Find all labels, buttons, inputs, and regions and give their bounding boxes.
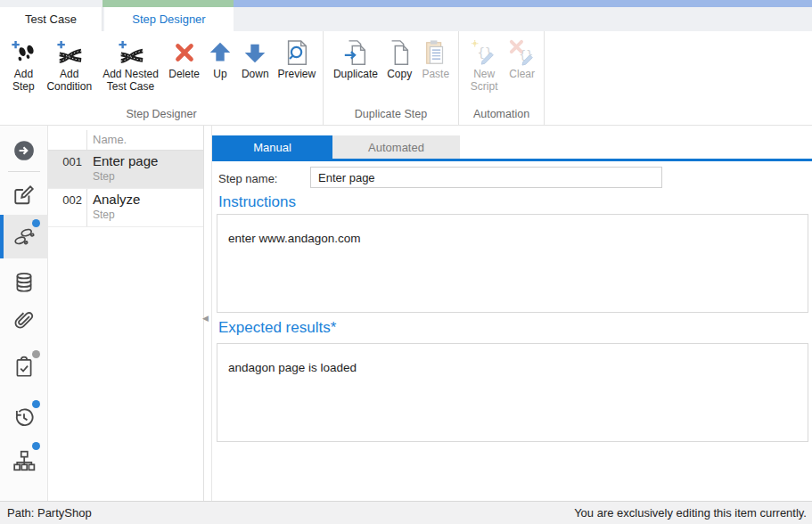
sidebar-item-attachments[interactable]: [0, 300, 48, 341]
sidebar-divider: [8, 171, 40, 172]
ribbon-group-duplicate-step: Duplicate Copy Paste Duplicate Step: [323, 31, 458, 125]
step-list-header: ... Name: [48, 130, 203, 151]
documents-icon: [386, 39, 413, 66]
ribbon-group-automation: {} New Script {} Clear Automation: [458, 31, 544, 125]
up-label: Up: [213, 69, 226, 81]
clear-label: Clear: [509, 69, 535, 81]
paste-label: Paste: [422, 69, 449, 81]
sidebar-item-navigate[interactable]: [0, 130, 48, 171]
railway-switch-plus-icon: [56, 39, 83, 66]
arrow-down-icon: [242, 39, 268, 66]
add-condition-button[interactable]: Add Condition: [42, 37, 97, 95]
paste-button: Paste: [416, 37, 455, 83]
down-button[interactable]: Down: [236, 37, 275, 83]
expected-results-textarea[interactable]: andagon page is loaded: [217, 343, 808, 442]
status-edit-message: You are exclusively editing this item cu…: [574, 506, 807, 520]
sitemap-icon: [12, 449, 36, 472]
step-name-input[interactable]: [310, 167, 662, 188]
arrow-up-icon: [207, 39, 234, 66]
instructions-heading: Instructions: [218, 193, 296, 211]
ribbon-group-label-automation: Automation: [459, 108, 544, 120]
footprints-icon: [12, 225, 36, 249]
status-bar: Path: PartyShop You are exclusively edit…: [0, 501, 812, 524]
step-row-002[interactable]: 002 Analyze Step: [48, 189, 203, 227]
ribbon-group-label-duplicate-step: Duplicate Step: [324, 108, 458, 120]
add-step-button[interactable]: Add Step: [5, 37, 42, 95]
preview-label: Preview: [277, 69, 316, 81]
ribbon-group-separator: [544, 31, 545, 125]
notification-dot-blue: [32, 219, 40, 227]
notification-dot-blue: [32, 442, 40, 450]
clipboard-icon: [422, 39, 449, 66]
clipboard-check-icon: [12, 356, 36, 379]
active-tab-underline: [212, 159, 812, 161]
red-x-icon: [171, 39, 198, 66]
step-name: Enter page: [93, 153, 158, 168]
status-path: Path: PartyShop: [7, 506, 92, 520]
notification-dot-gray: [32, 350, 40, 358]
tab-automated[interactable]: Automated: [332, 135, 460, 159]
instructions-textarea[interactable]: enter www.andagon.com: [217, 214, 808, 313]
step-number: 002: [48, 193, 82, 207]
step-list-header-name: Name: [93, 133, 124, 146]
titlebar-blue-strip: [234, 0, 812, 7]
step-list-panel: ... Name 001 Enter page Step 002 Analyze…: [48, 126, 204, 501]
copy-button[interactable]: Copy: [382, 37, 417, 83]
sidebar-item-data[interactable]: [0, 262, 48, 303]
sidebar-item-review[interactable]: [0, 347, 48, 388]
tab-step-designer[interactable]: Step Designer: [104, 7, 234, 31]
sidebar-item-history[interactable]: [0, 397, 48, 438]
new-script-label: New Script: [467, 69, 501, 94]
preview-button[interactable]: Preview: [275, 37, 319, 83]
delete-button[interactable]: Delete: [164, 37, 204, 83]
history-icon: [12, 406, 36, 430]
script-pencil-icon: {}: [471, 39, 497, 66]
splitter-collapse-arrow[interactable]: ◀: [202, 313, 209, 323]
footprints-plus-icon: [10, 39, 37, 66]
paperclip-icon: [12, 309, 36, 332]
railway-switch-plus-icon: [118, 39, 144, 66]
clear-button: {} Clear: [504, 37, 540, 83]
duplicate-label: Duplicate: [333, 69, 378, 81]
step-name-label: Step name:: [218, 172, 278, 185]
database-icon: [12, 271, 36, 294]
add-nested-test-case-label: Add Nested Test Case: [100, 69, 162, 94]
ribbon-group-label-step-designer: Step Designer: [0, 108, 323, 120]
sidebar-item-hierarchy[interactable]: [0, 440, 48, 481]
up-button[interactable]: Up: [204, 37, 236, 83]
ribbon-toolbar: Add Step Add Condition Add Nested Test C…: [0, 31, 812, 126]
navigate-circle-icon: [12, 139, 36, 162]
left-icon-sidebar: [0, 126, 48, 501]
tab-test-case[interactable]: Test Case: [0, 7, 103, 31]
step-name: Analyze: [93, 192, 140, 207]
new-script-button: {} New Script: [464, 37, 504, 95]
step-editor-panel: Manual Automated Step name: Instructions…: [212, 126, 812, 501]
ribbon-group-step-designer: Add Step Add Condition Add Nested Test C…: [0, 31, 323, 125]
expected-results-heading: Expected results*: [218, 319, 336, 337]
step-type: Step: [93, 170, 115, 183]
tab-manual[interactable]: Manual: [212, 135, 332, 159]
down-label: Down: [242, 69, 269, 81]
duplicate-button[interactable]: Duplicate: [329, 37, 382, 83]
add-nested-test-case-button[interactable]: Add Nested Test Case: [97, 37, 165, 95]
add-condition-label: Add Condition: [45, 69, 94, 94]
script-clear-icon: {}: [509, 39, 536, 66]
step-row-001[interactable]: 001 Enter page Step: [48, 151, 203, 189]
editor-tab-strip: Manual Automated: [212, 135, 460, 159]
document-arrow-icon: [342, 39, 369, 66]
copy-label: Copy: [387, 69, 412, 81]
edit-icon: [12, 184, 36, 207]
document-magnifier-icon: [283, 39, 310, 66]
active-tab-green-cap: [103, 0, 234, 7]
delete-label: Delete: [168, 69, 200, 81]
add-step-label: Add Step: [8, 69, 39, 94]
step-number: 001: [48, 155, 82, 168]
window-tab-strip: Test Case Step Designer: [0, 0, 812, 31]
step-type: Step: [93, 209, 115, 221]
notification-dot-blue: [32, 400, 40, 408]
sidebar-item-steps[interactable]: [0, 215, 48, 258]
sidebar-item-edit[interactable]: [0, 175, 48, 216]
